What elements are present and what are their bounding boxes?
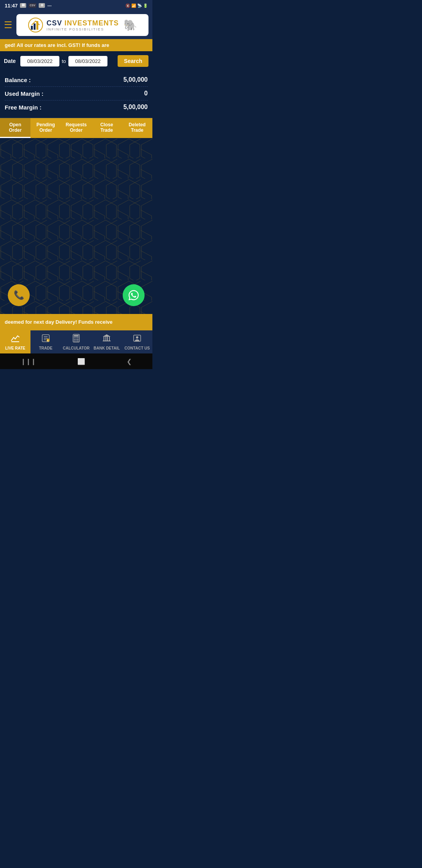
trade-icon: $ [41,334,50,345]
date-to-input[interactable] [68,56,107,66]
contact-icon [132,334,142,345]
used-margin-value: 0 [144,90,148,97]
free-margin-row: Free Margin : 5,00,000 [5,100,148,114]
tab-close-trade[interactable]: Close Trade [91,118,122,138]
status-time: 11:47 🖼 CSV ⚙ ··· [5,3,52,9]
svg-rect-8 [11,341,19,342]
status-right-icons: 🔇 📶 📡 🔋 [125,4,148,8]
free-margin-value: 5,00,000 [123,104,148,111]
balance-label: Balance : [5,77,31,83]
svg-marker-26 [103,334,111,337]
svg-rect-29 [107,337,108,341]
app-header: ☰ CSV INVESTMENTS INFINITE POSSIBILITIES… [0,11,152,39]
order-tab-bar: Open Order Pending Order Requests Order … [0,118,152,138]
svg-rect-27 [104,337,104,341]
bottom-marquee-text: deemed for next day Delivery! Funds rece… [5,319,113,325]
recent-apps-button[interactable]: ❙❙❙ [21,358,36,365]
tab-deleted-trade[interactable]: Deleted Trade [122,118,152,138]
svg-rect-18 [75,337,77,338]
tab-open-order[interactable]: Open Order [0,118,30,138]
nav-contact-us-label: CONTACT US [125,346,150,350]
date-label: Date [4,58,18,64]
android-nav-bar: ❙❙❙ ⬜ ❮ [0,353,152,369]
logo-subtitle: INFINITE POSSIBILITIES [46,27,104,31]
marquee-text: ged! All our rates are incl. GST! If fun… [5,42,109,48]
status-bar: 11:47 🖼 CSV ⚙ ··· 🔇 📶 📡 🔋 [0,0,152,11]
battery-icon: 🔋 [143,4,148,8]
svg-rect-2 [34,23,36,30]
date-to-label: to [62,58,66,64]
nav-calculator-label: CALCULATOR [63,346,90,350]
nav-live-rate-label: LIVE RATE [5,346,25,350]
svg-rect-23 [74,341,75,341]
logo-title: CSV INVESTMENTS [46,19,119,27]
tab-requests-order[interactable]: Requests Order [61,118,91,138]
dots-icon: ··· [47,3,52,9]
live-rate-icon [11,334,20,345]
logo-chart-icon [28,17,43,33]
svg-rect-25 [77,341,79,341]
bank-icon [102,334,111,345]
balance-row: Balance : 5,00,000 [5,73,148,87]
calculator-icon [72,334,81,345]
svg-point-33 [136,336,138,339]
back-button[interactable]: ❮ [127,358,132,365]
used-margin-label: Used Margin : [5,90,43,97]
svg-rect-30 [109,337,110,341]
nav-trade-label: TRADE [39,346,52,350]
svg-rect-22 [77,339,79,340]
balance-section: Balance : 5,00,000 Used Margin : 0 Free … [0,71,152,118]
nav-trade[interactable]: $ TRADE [30,330,61,353]
main-content-area: 📞 [0,138,152,314]
bottom-navigation: LIVE RATE $ TRADE [0,330,152,353]
nav-contact-us[interactable]: CONTACT US [122,330,152,353]
balance-value: 5,00,000 [123,76,148,83]
svg-rect-24 [75,341,77,341]
hamburger-menu[interactable]: ☰ [4,20,13,30]
svg-rect-1 [31,26,33,30]
nav-bank-detail[interactable]: BANK DETAIL [91,330,122,353]
app-icon: ⚙ [39,3,45,8]
signal-icon: 📡 [137,4,142,8]
search-button[interactable]: Search [118,55,148,67]
banner-icon: CSV [29,3,36,8]
whatsapp-fab-button[interactable] [123,284,145,306]
free-margin-label: Free Margin : [5,104,41,111]
photo-icon: 🖼 [20,3,26,8]
wifi-icon: 📶 [131,4,136,8]
logo-container: CSV INVESTMENTS INFINITE POSSIBILITIES 🐘 [16,14,148,36]
fab-container: 📞 [0,284,152,306]
svg-rect-20 [74,339,75,340]
call-fab-button[interactable]: 📞 [8,284,30,306]
mute-icon: 🔇 [125,4,130,8]
svg-rect-28 [106,337,106,341]
svg-rect-19 [77,337,79,338]
nav-calculator[interactable]: CALCULATOR [61,330,91,353]
nav-live-rate[interactable]: LIVE RATE [0,330,30,353]
ganesha-icon: 🐘 [123,19,137,32]
nav-bank-detail-label: BANK DETAIL [93,346,120,350]
svg-rect-31 [103,341,111,341]
used-margin-row: Used Margin : 0 [5,87,148,100]
svg-rect-21 [75,339,77,340]
logo-text: CSV INVESTMENTS INFINITE POSSIBILITIES [46,19,119,31]
date-filter-row: Date to Search [0,51,152,71]
date-from-input[interactable] [20,56,59,66]
svg-rect-17 [74,337,75,338]
home-button[interactable]: ⬜ [77,358,85,365]
top-marquee: ged! All our rates are incl. GST! If fun… [0,39,152,51]
bottom-marquee: deemed for next day Delivery! Funds rece… [0,314,152,330]
tab-pending-order[interactable]: Pending Order [30,118,61,138]
svg-rect-16 [74,335,79,337]
time-display: 11:47 [5,3,18,9]
